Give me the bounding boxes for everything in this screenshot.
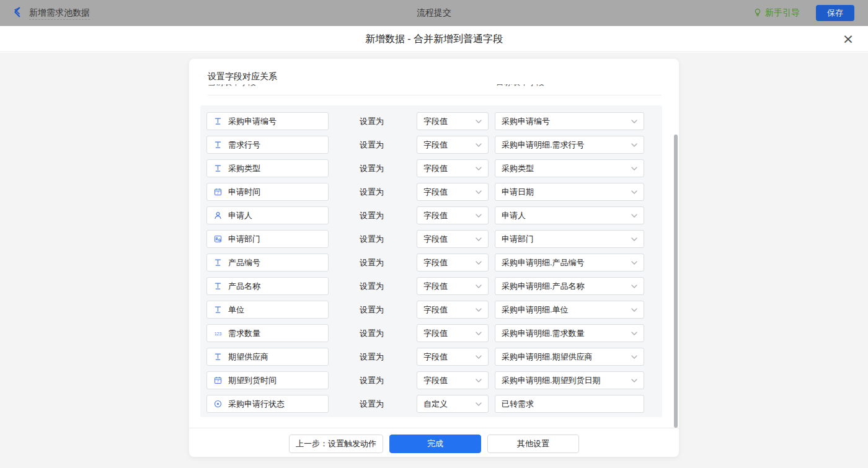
target-field-dropdown[interactable]: 申请部门 — [495, 230, 644, 248]
target-field-dropdown[interactable]: 采购申请明细.需求数量 — [495, 324, 644, 342]
source-field-chip[interactable]: 单位 — [206, 301, 329, 319]
field-mapping-row: 产品名称 设置为 字段值 采购申请明细.产品名称 — [206, 277, 656, 295]
value-mode-dropdown[interactable]: 字段值 — [417, 230, 489, 248]
value-mode-selected: 字段值 — [423, 210, 448, 221]
chevron-down-icon — [631, 143, 637, 147]
set-as-label: 设置为 — [360, 139, 386, 151]
card-scrollbar-thumb[interactable] — [674, 135, 678, 428]
target-field-selected: 采购申请明细.产品名称 — [502, 281, 585, 292]
set-as-label: 设置为 — [360, 304, 386, 316]
target-field-selected: 采购申请明细.期望到货日期 — [502, 375, 601, 386]
field-mapping-card: 设置字段对应关系 当前表单字段 目标表单字段 采购申请编号 设置为 字段值 采购… — [189, 59, 679, 457]
source-field-label: 期望供应商 — [228, 351, 268, 363]
prev-step-button[interactable]: 上一步：设置触发动作 — [289, 435, 383, 453]
field-mapping-row: 单位 设置为 字段值 采购申请明细.单位 — [206, 301, 656, 319]
field-mapping-row: 产品编号 设置为 字段值 采购申请明细.产品编号 — [206, 254, 656, 272]
source-field-chip[interactable]: 采购申请行状态 — [206, 395, 329, 413]
value-mode-selected: 字段值 — [423, 281, 448, 292]
source-field-chip[interactable]: 申请部门 — [206, 230, 329, 248]
user-field-icon — [213, 211, 223, 219]
chevron-down-icon — [631, 285, 637, 288]
chevron-down-icon — [476, 190, 482, 194]
source-field-label: 申请时间 — [228, 187, 260, 198]
source-field-label: 申请部门 — [228, 234, 260, 245]
target-field-dropdown[interactable]: 采购申请明细.期望供应商 — [495, 348, 644, 366]
value-mode-dropdown[interactable]: 字段值 — [417, 301, 489, 319]
target-field-dropdown[interactable]: 采购申请明细.需求行号 — [495, 136, 644, 154]
header-divider — [208, 95, 662, 95]
set-as-label: 设置为 — [360, 163, 386, 174]
target-field-dropdown[interactable]: 采购申请编号 — [495, 112, 644, 130]
value-mode-dropdown[interactable]: 字段值 — [417, 206, 489, 224]
chevron-down-icon — [631, 120, 637, 123]
source-field-label: 需求行号 — [228, 139, 260, 151]
chevron-down-icon — [631, 214, 637, 218]
source-field-chip[interactable]: 123 需求数量 — [206, 324, 329, 342]
chevron-down-icon — [631, 167, 637, 170]
value-mode-dropdown[interactable]: 字段值 — [417, 348, 489, 366]
target-field-dropdown[interactable]: 申请人 — [495, 206, 644, 224]
target-field-selected: 采购类型 — [502, 163, 534, 174]
modal-header: 新增数据 - 合并新增到普通字段 × — [0, 26, 868, 52]
target-field-dropdown[interactable]: 采购申请明细.产品名称 — [495, 277, 644, 295]
value-mode-dropdown[interactable]: 字段值 — [417, 136, 489, 154]
other-settings-button[interactable]: 其他设置 — [487, 435, 579, 453]
field-mapping-row: 采购申请行状态 设置为 自定义 已转需求 — [206, 395, 656, 413]
target-field-dropdown[interactable]: 申请日期 — [495, 183, 644, 201]
target-field-dropdown[interactable]: 采购申请明细.产品编号 — [495, 254, 644, 272]
target-field-selected: 采购申请明细.需求行号 — [502, 139, 585, 151]
field-mapping-row: 采购类型 设置为 字段值 采购类型 — [206, 159, 656, 177]
beginner-guide-button[interactable]: 新手引导 — [753, 7, 800, 19]
source-field-chip[interactable]: 7 申请时间 — [206, 183, 329, 201]
source-field-chip[interactable]: 产品名称 — [206, 277, 329, 295]
topbar-center-title: 流程提交 — [0, 0, 868, 26]
chevron-down-icon — [631, 190, 637, 194]
value-mode-dropdown[interactable]: 字段值 — [417, 324, 489, 342]
value-mode-dropdown[interactable]: 字段值 — [417, 371, 489, 389]
value-mode-dropdown[interactable]: 字段值 — [417, 112, 489, 130]
source-field-label: 采购申请编号 — [228, 116, 277, 127]
value-mode-selected: 字段值 — [423, 257, 448, 268]
close-icon[interactable]: × — [841, 32, 856, 46]
target-field-dropdown[interactable]: 采购申请明细.单位 — [495, 301, 644, 319]
source-field-chip[interactable]: 采购申请编号 — [206, 112, 329, 130]
source-field-chip[interactable]: 采购类型 — [206, 159, 329, 177]
set-as-label: 设置为 — [360, 375, 386, 386]
source-field-label: 期望到货时间 — [228, 375, 277, 386]
field-mapping-row: 7 期望到货时间 设置为 字段值 采购申请明细.期望到货日期 — [206, 371, 656, 389]
field-mapping-row: 123 需求数量 设置为 字段值 采购申请明细.需求数量 — [206, 324, 656, 342]
field-mapping-list: 采购申请编号 设置为 字段值 采购申请编号 需求行号 设置为 字段值 — [200, 105, 662, 417]
target-field-selected: 采购申请编号 — [502, 116, 550, 127]
target-field-dropdown[interactable]: 采购类型 — [495, 159, 644, 177]
field-mapping-row: 采购申请编号 设置为 字段值 采购申请编号 — [206, 112, 656, 130]
set-as-label: 设置为 — [360, 257, 386, 268]
value-mode-dropdown[interactable]: 字段值 — [417, 277, 489, 295]
chevron-down-icon — [631, 355, 637, 359]
value-mode-dropdown[interactable]: 字段值 — [417, 183, 489, 201]
modal-title: 新增数据 - 合并新增到普通字段 — [0, 26, 868, 52]
source-field-chip[interactable]: 产品编号 — [206, 254, 329, 272]
value-mode-selected: 字段值 — [423, 163, 448, 174]
value-mode-dropdown[interactable]: 字段值 — [417, 254, 489, 272]
value-mode-dropdown[interactable]: 自定义 — [417, 395, 489, 413]
source-field-chip[interactable]: 期望供应商 — [206, 348, 329, 366]
save-button[interactable]: 保存 — [816, 5, 854, 21]
source-field-chip[interactable]: 需求行号 — [206, 136, 329, 154]
value-mode-selected: 字段值 — [423, 187, 448, 198]
source-field-label: 采购类型 — [228, 163, 260, 174]
text-field-icon — [213, 306, 223, 314]
target-field-dropdown[interactable]: 采购申请明细.期望到货日期 — [495, 371, 644, 389]
source-field-label: 申请人 — [228, 210, 252, 221]
set-as-label: 设置为 — [360, 399, 386, 410]
target-field-selected: 采购申请明细.单位 — [502, 304, 569, 316]
source-field-chip[interactable]: 7 期望到货时间 — [206, 371, 329, 389]
value-mode-dropdown[interactable]: 字段值 — [417, 159, 489, 177]
value-mode-selected: 字段值 — [423, 234, 448, 245]
done-button[interactable]: 完成 — [389, 435, 481, 453]
target-custom-value-input[interactable]: 已转需求 — [495, 395, 644, 413]
field-mapping-row: 需求行号 设置为 字段值 采购申请明细.需求行号 — [206, 136, 656, 154]
source-field-chip[interactable]: 申请人 — [206, 206, 329, 224]
source-field-label: 需求数量 — [228, 328, 260, 339]
dept-field-icon — [213, 235, 223, 243]
card-section-title: 设置字段对应关系 — [208, 71, 277, 82]
